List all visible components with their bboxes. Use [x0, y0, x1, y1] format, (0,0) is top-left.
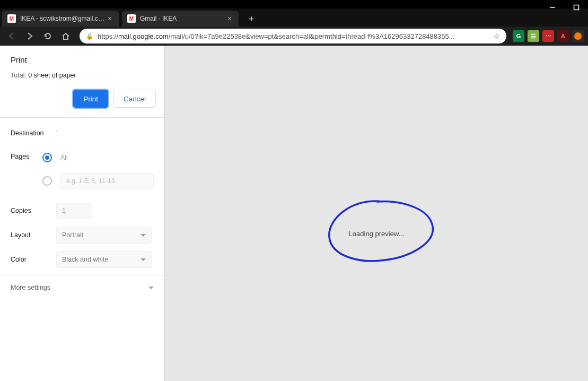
layout-label: Layout [11, 231, 56, 239]
window-minimize-button[interactable] [540, 0, 564, 15]
destination-label: Destination [11, 129, 56, 137]
copies-label: Copies [11, 207, 56, 214]
print-preview-area: Loading preview... [165, 46, 588, 381]
page-content: Print Total: 0 sheet of paper Print Canc… [0, 46, 588, 381]
url-path: /mail/u/0?ik=7a9e22538e&view=pt&search=a… [169, 32, 455, 40]
gmail-favicon-icon: M [7, 14, 16, 23]
destination-value[interactable]: ' [56, 129, 154, 137]
color-label: Color [11, 256, 56, 263]
bookmark-star-icon[interactable]: ☆ [493, 32, 500, 40]
tab-close-icon[interactable]: × [226, 15, 233, 22]
window-maximize-button[interactable] [564, 0, 588, 15]
window-controls [540, 0, 588, 15]
color-select[interactable]: Black and white [56, 251, 152, 268]
pages-all-label: All [60, 154, 68, 161]
chevron-down-icon [141, 258, 146, 261]
extension-icon-2[interactable]: ☰ [528, 30, 539, 42]
gmail-favicon-icon: M [127, 14, 136, 23]
lock-icon: 🔒 [86, 33, 93, 40]
pages-custom-radio[interactable] [42, 176, 52, 186]
browser-tab-2[interactable]: M Gmail - IKEA × [122, 11, 239, 27]
layout-value: Portrait [62, 231, 83, 239]
address-bar[interactable]: 🔒 https://mail.google.com/mail/u/0?ik=7a… [80, 29, 506, 44]
pages-label: Pages [11, 153, 42, 160]
pages-all-radio[interactable] [42, 153, 52, 162]
tab-close-icon[interactable]: × [106, 15, 113, 22]
print-button[interactable]: Print [73, 90, 108, 108]
reload-button[interactable] [40, 29, 55, 44]
url-text: https://mail.google.com/mail/u/0?ik=7a9e… [98, 32, 489, 40]
print-total-value: 0 sheet of paper [28, 72, 76, 79]
pages-custom-input[interactable]: e.g. 1-5, 8, 11-13 [60, 173, 154, 189]
tab-title: IKEA - scwikstrom@gmail.com - G [20, 15, 106, 22]
browser-tab-1[interactable]: M IKEA - scwikstrom@gmail.com - G × [2, 11, 119, 27]
tab-title: Gmail - IKEA [140, 15, 226, 22]
extension-icon-1[interactable]: G [513, 30, 524, 42]
browser-tabstrip: M IKEA - scwikstrom@gmail.com - G × M Gm… [0, 8, 588, 27]
print-total-label: Total: [11, 72, 28, 79]
svg-rect-1 [574, 5, 578, 10]
more-settings-label: More settings [11, 284, 50, 291]
loading-preview-text: Loading preview... [349, 229, 405, 237]
print-sidebar: Print Total: 0 sheet of paper Print Canc… [0, 46, 165, 381]
window-titlebar [0, 0, 588, 8]
extension-icon-5[interactable] [572, 30, 584, 42]
new-tab-button[interactable]: + [244, 12, 259, 27]
extension-icon-3[interactable]: ⋯ [542, 30, 554, 42]
print-total: Total: 0 sheet of paper [11, 72, 154, 79]
chevron-down-icon [148, 287, 154, 289]
url-host: mail.google.com [118, 32, 169, 40]
layout-select[interactable]: Portrait [56, 227, 152, 244]
color-value: Black and white [62, 256, 109, 263]
url-scheme: https:// [98, 32, 118, 40]
more-settings-toggle[interactable]: More settings [0, 275, 164, 300]
extension-icon-4[interactable]: A [557, 30, 569, 42]
forward-button[interactable] [22, 29, 37, 44]
print-title: Print [11, 55, 154, 64]
home-button[interactable] [58, 29, 73, 44]
browser-toolbar: 🔒 https://mail.google.com/mail/u/0?ik=7a… [0, 27, 588, 46]
chevron-down-icon [141, 234, 146, 237]
back-button[interactable] [4, 29, 19, 44]
cancel-button[interactable]: Cancel [113, 90, 156, 108]
copies-input[interactable]: 1 [56, 203, 92, 219]
